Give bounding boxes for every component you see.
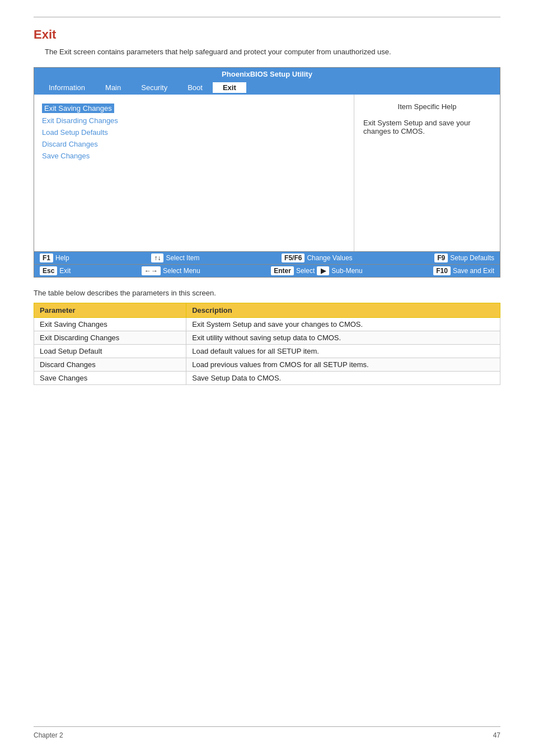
esc-key: Esc (40, 266, 57, 275)
nav-item-boot[interactable]: Boot (177, 82, 213, 93)
f9-desc: Setup Defaults (450, 254, 494, 262)
below-text: The table below describes the parameters… (34, 289, 500, 297)
col-header-parameter: Parameter (34, 303, 186, 318)
lr-arrows-desc: Select Menu (163, 267, 200, 275)
table-row: Exit Discarding ChangesExit utility with… (34, 331, 500, 345)
enter-key: Enter (271, 266, 294, 275)
nav-item-information[interactable]: Information (39, 82, 95, 93)
table-row: Exit Saving ChangesExit System Setup and… (34, 318, 500, 331)
col-header-description: Description (186, 303, 500, 318)
f1-key: F1 (40, 253, 53, 262)
key-arrows-select: ↑↓ Select Item (151, 253, 199, 262)
f9-key: F9 (434, 253, 448, 262)
param-cell: Exit Discarding Changes (34, 331, 186, 345)
lr-arrows-key: ←→ (142, 266, 161, 275)
table-row: Save ChangesSave Setup Data to CMOS. (34, 372, 500, 385)
menu-item-exit-disarding[interactable]: Exit Disarding Changes (42, 116, 346, 125)
desc-cell: Load previous values from CMOS for all S… (186, 358, 500, 372)
bios-title-bar: PhoenixBIOS Setup Utility (34, 68, 500, 81)
table-row: Discard ChangesLoad previous values from… (34, 358, 500, 372)
intro-text: The Exit screen contains parameters that… (45, 48, 500, 56)
menu-item-discard-changes[interactable]: Discard Changes (42, 140, 346, 148)
nav-item-exit[interactable]: Exit (213, 82, 246, 93)
key-f10: F10 Save and Exit (433, 266, 494, 275)
desc-cell: Load default values for all SETUP item. (186, 345, 500, 358)
f5f6-key: F5/F6 (282, 253, 305, 262)
footer-right: 47 (493, 731, 500, 739)
f10-desc: Save and Exit (453, 267, 494, 275)
key-f9: F9 Setup Defaults (434, 253, 494, 262)
f1-desc: Help (55, 254, 69, 262)
bios-help-panel: Item Specific Help Exit System Setup and… (354, 95, 500, 251)
menu-item-load-defaults[interactable]: Load Setup Defaults (42, 128, 346, 137)
help-label: Item Specific Help (363, 102, 491, 111)
bios-menu-panel: Exit Saving Changes Exit Disarding Chang… (34, 95, 354, 251)
enter-desc: Select (296, 267, 315, 275)
desc-cell: Save Setup Data to CMOS. (186, 372, 500, 385)
submenu-desc: Sub-Menu (331, 267, 362, 275)
page-title: Exit (34, 27, 500, 42)
footer: Chapter 2 47 (34, 726, 500, 739)
arrow-right-key: ▶ (317, 266, 329, 275)
f10-key: F10 (433, 266, 451, 275)
key-f5f6: F5/F6 Change Values (282, 253, 353, 262)
arrows-key: ↑↓ (151, 253, 163, 262)
table-row: Load Setup DefaultLoad default values fo… (34, 345, 500, 358)
bios-utility-box: PhoenixBIOS Setup Utility Information Ma… (34, 67, 500, 278)
param-cell: Exit Saving Changes (34, 318, 186, 331)
help-text: Exit System Setup and save your changes … (363, 119, 491, 135)
desc-cell: Exit utility without saving setup data t… (186, 331, 500, 345)
bios-key-bar-2: Esc Exit ←→ Select Menu Enter Select ▶ S… (34, 264, 500, 277)
nav-item-security[interactable]: Security (131, 82, 177, 93)
nav-item-main[interactable]: Main (95, 82, 131, 93)
param-cell: Save Changes (34, 372, 186, 385)
key-lr-arrows: ←→ Select Menu (142, 266, 200, 275)
menu-item-exit-saving[interactable]: Exit Saving Changes (42, 104, 114, 113)
param-cell: Load Setup Default (34, 345, 186, 358)
bios-key-bar-1: F1 Help ↑↓ Select Item F5/F6 Change Valu… (34, 251, 500, 264)
footer-left: Chapter 2 (34, 731, 63, 739)
desc-cell: Exit System Setup and save your changes … (186, 318, 500, 331)
top-divider (34, 17, 500, 17)
f5f6-desc: Change Values (307, 254, 352, 262)
parameters-table: Parameter Description Exit Saving Change… (34, 303, 500, 385)
param-cell: Discard Changes (34, 358, 186, 372)
arrows-desc: Select Item (166, 254, 199, 262)
menu-item-save-changes[interactable]: Save Changes (42, 152, 346, 160)
key-esc: Esc Exit (40, 266, 71, 275)
bios-nav-bar: Information Main Security Boot Exit (34, 81, 500, 95)
key-enter: Enter Select ▶ Sub-Menu (271, 266, 362, 275)
key-f1: F1 Help (40, 253, 69, 262)
esc-desc: Exit (59, 267, 71, 275)
bios-content-area: Exit Saving Changes Exit Disarding Chang… (34, 95, 500, 251)
